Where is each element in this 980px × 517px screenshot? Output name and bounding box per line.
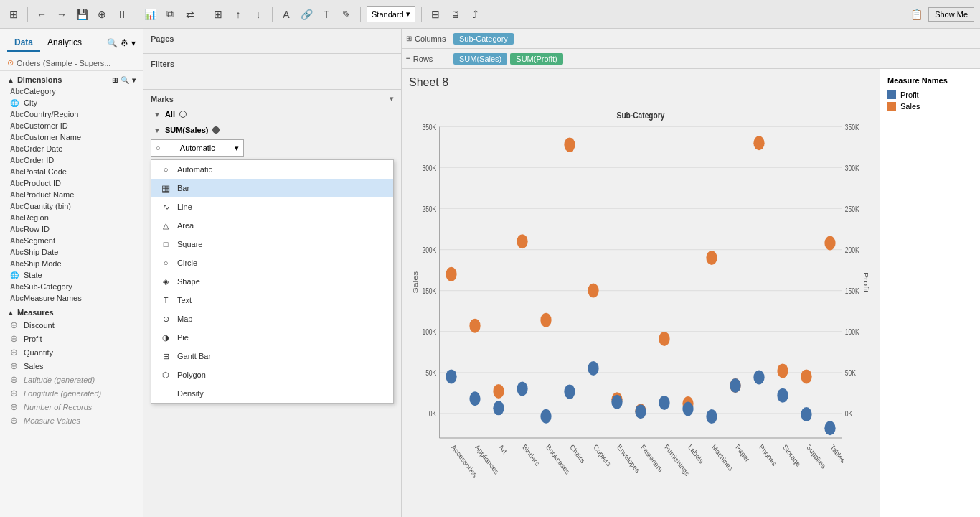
marks-sumsales-row[interactable]: ▼ SUM(Sales) (151, 124, 394, 136)
analytics-tab[interactable]: Analytics (40, 34, 89, 52)
profit-dot[interactable] (588, 361, 598, 376)
redo-button[interactable]: → (54, 6, 70, 22)
standard-dropdown[interactable]: Standard ▾ (367, 6, 415, 22)
profit-dot[interactable] (517, 382, 527, 396)
chart-type-button[interactable]: 📊 (142, 6, 158, 22)
mark-label-button[interactable]: ✎ (339, 6, 354, 22)
dropdown-circle[interactable]: ○ Circle (151, 253, 393, 272)
show-me-button[interactable]: Show Me (928, 7, 974, 22)
measure-item[interactable]: ⊕Longitude (generated) (0, 386, 143, 400)
measure-item[interactable]: ⊕Number of Records (0, 400, 143, 414)
dimension-item[interactable]: AbcPostal Code (0, 166, 143, 177)
marks-type-dropdown[interactable]: ○ Automatic ▾ (151, 139, 244, 157)
profit-dot[interactable] (801, 407, 811, 421)
dropdown-map[interactable]: ⊙ Map (151, 309, 393, 328)
profit-dot[interactable] (659, 396, 669, 410)
profit-dot[interactable] (730, 378, 740, 393)
dimension-item[interactable]: AbcShip Date (0, 246, 143, 258)
dropdown-gantt[interactable]: ⊟ Gantt Bar (151, 347, 393, 365)
sales-dot[interactable] (801, 369, 811, 383)
profit-dot[interactable] (493, 401, 504, 415)
measure-item[interactable]: ⊕Measure Values (0, 414, 143, 427)
dimension-item[interactable]: 🌐City (0, 97, 143, 108)
swap-button[interactable]: ⇄ (182, 6, 198, 22)
sales-dot[interactable] (824, 236, 835, 250)
dimension-item[interactable]: AbcMeasure Names (0, 292, 143, 304)
sales-dot[interactable] (540, 313, 551, 327)
pause-button[interactable]: ⏸ (114, 6, 130, 22)
highlight-button[interactable]: A (278, 6, 294, 22)
dropdown-shape[interactable]: ◈ Shape (151, 272, 393, 291)
annotation-button[interactable]: T (319, 6, 334, 22)
dropdown-text[interactable]: T Text (151, 291, 393, 309)
chevron-down-icon[interactable]: ▾ (131, 38, 136, 48)
sales-dot[interactable] (493, 384, 504, 399)
profit-dot[interactable] (824, 421, 835, 435)
dimension-item[interactable]: AbcRegion (0, 212, 143, 223)
dimension-item[interactable]: AbcProduct Name (0, 189, 143, 200)
group-button[interactable]: ⊞ (210, 6, 226, 22)
sort-desc-button[interactable]: ↓ (250, 6, 266, 22)
dropdown-pie[interactable]: ◑ Pie (151, 328, 393, 347)
measure-item[interactable]: ⊕Discount (0, 318, 143, 332)
settings-icon[interactable]: ⚙ (121, 38, 128, 48)
dropdown-line[interactable]: ∿ Line (151, 197, 393, 216)
sales-dot[interactable] (659, 332, 669, 346)
dropdown-area[interactable]: △ Area (151, 216, 393, 235)
dropdown-bar[interactable]: ▦ Bar (151, 179, 393, 197)
sales-dot[interactable] (753, 136, 764, 150)
add-dim-icon[interactable]: ▾ (132, 76, 136, 84)
search-dim-icon[interactable]: 🔍 (121, 76, 129, 84)
share-button[interactable]: ⤴ (468, 6, 484, 22)
profit-dot[interactable] (753, 371, 764, 385)
measure-item[interactable]: ⊕Sales (0, 359, 143, 373)
link-button[interactable]: 🔗 (298, 6, 314, 22)
save-button[interactable]: 💾 (74, 6, 90, 22)
sales-dot[interactable] (564, 138, 575, 152)
dimension-item[interactable]: AbcRow ID (0, 223, 143, 235)
dimension-item[interactable]: AbcCategory (0, 85, 143, 97)
profit-dot[interactable] (682, 401, 693, 416)
marks-all-row[interactable]: ▼ All (151, 108, 394, 121)
dimension-item[interactable]: 🌐State (0, 269, 143, 281)
marks-expand-icon[interactable]: ▾ (390, 94, 394, 103)
profit-dot[interactable] (564, 385, 575, 399)
grid-view-icon[interactable]: ⊞ (112, 76, 118, 84)
sales-dot[interactable] (588, 284, 598, 298)
sales-dot[interactable] (706, 251, 717, 265)
measures-toggle[interactable]: ▲ (7, 309, 14, 317)
add-datasource-button[interactable]: ⊕ (94, 6, 110, 22)
measure-item[interactable]: ⊕Profit (0, 332, 143, 345)
sales-dot[interactable] (469, 319, 480, 333)
search-icon[interactable]: 🔍 (107, 38, 118, 48)
dimension-item[interactable]: AbcOrder Date (0, 143, 143, 154)
profit-dot[interactable] (635, 404, 646, 419)
dimension-item[interactable]: AbcSub-Category (0, 281, 143, 292)
rows-pill-0[interactable]: SUM(Sales) (453, 53, 507, 65)
dimensions-toggle[interactable]: ▲ (7, 76, 14, 84)
dropdown-polygon[interactable]: ⬡ Polygon (151, 365, 393, 384)
undo-button[interactable]: ← (34, 6, 50, 22)
measure-item[interactable]: ⊕Quantity (0, 345, 143, 359)
sort-asc-button[interactable]: ↑ (230, 6, 246, 22)
dimension-item[interactable]: AbcQuantity (bin) (0, 200, 143, 212)
duplicate-button[interactable]: ⧉ (162, 6, 178, 22)
device-button[interactable]: 🖥 (448, 6, 463, 22)
profit-dot[interactable] (446, 369, 456, 383)
profit-dot[interactable] (469, 391, 480, 406)
data-tab[interactable]: Data (7, 34, 40, 52)
dropdown-automatic[interactable]: ○ Automatic (151, 160, 393, 179)
dimension-item[interactable]: AbcProduct ID (0, 177, 143, 189)
dimension-item[interactable]: AbcShip Mode (0, 258, 143, 269)
dimension-item[interactable]: AbcCustomer ID (0, 120, 143, 131)
dimension-item[interactable]: AbcCountry/Region (0, 108, 143, 120)
sales-dot[interactable] (446, 267, 456, 281)
data-source[interactable]: ⊙ Orders (Sample - Supers... (0, 55, 143, 71)
sales-dot[interactable] (517, 234, 527, 248)
dimension-item[interactable]: AbcSegment (0, 235, 143, 246)
dropdown-square[interactable]: □ Square (151, 235, 393, 253)
profit-dot[interactable] (777, 388, 788, 403)
sales-dot[interactable] (777, 363, 788, 378)
profit-dot[interactable] (540, 409, 551, 424)
dimension-item[interactable]: AbcCustomer Name (0, 131, 143, 143)
